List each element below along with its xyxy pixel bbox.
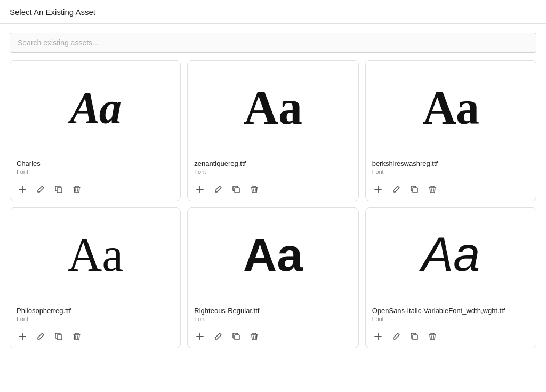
asset-card: Aa zenantiquereg.ttf Font [187,60,358,201]
asset-name: Charles [17,159,174,167]
pencil-icon [392,185,400,194]
svg-rect-3 [57,335,62,340]
plus-icon [18,185,27,194]
asset-type: Font [372,169,529,175]
trash-icon [250,185,259,194]
asset-info: OpenSans-Italic-VariableFont_wdth,wght.t… [366,301,536,326]
asset-type: Font [194,169,351,175]
copy-button[interactable] [53,331,65,342]
add-button[interactable] [17,331,28,342]
asset-preview: Aa [188,61,358,154]
asset-actions [366,326,536,348]
trash-icon [428,332,437,341]
edit-button[interactable] [390,331,402,342]
asset-preview: Aa [10,61,180,154]
delete-button[interactable] [427,331,438,342]
copy-icon [232,185,240,194]
asset-info: berkshireswashreg.ttf Font [366,154,536,179]
svg-rect-4 [235,335,239,340]
svg-rect-1 [235,188,239,193]
copy-icon [54,332,63,341]
asset-actions [188,179,358,201]
copy-button[interactable] [53,183,65,195]
asset-actions [10,179,180,201]
edit-button[interactable] [212,183,224,195]
pencil-icon [214,332,222,341]
font-sample: Aa [421,227,480,282]
asset-card: Aa Charles Font [10,60,181,201]
asset-card: Aa OpenSans-Italic-VariableFont_wdth,wgh… [365,207,536,348]
copy-icon [54,185,63,194]
asset-actions [10,326,180,348]
trash-icon [73,185,81,194]
copy-button[interactable] [408,331,420,342]
asset-name: berkshireswashreg.ttf [372,159,529,167]
copy-button[interactable] [408,183,420,195]
plus-icon [196,332,204,341]
font-sample: Aa [70,82,121,134]
trash-icon [250,332,259,341]
page-title: Select An Existing Asset [10,7,95,17]
asset-type: Font [372,316,529,322]
asset-preview: Aa [188,208,358,301]
plus-icon [196,185,204,194]
svg-rect-5 [413,335,417,340]
copy-button[interactable] [230,331,242,342]
asset-actions [188,326,358,348]
pencil-icon [36,332,45,341]
plus-icon [374,332,382,341]
asset-type: Font [194,316,351,322]
asset-name: zenantiquereg.ttf [194,159,351,167]
asset-preview: Aa [10,208,180,301]
pencil-icon [214,185,222,194]
font-sample: Aa [67,227,123,282]
asset-name: Righteous-Regular.ttf [194,307,351,315]
plus-icon [18,332,27,341]
add-button[interactable] [372,183,384,195]
trash-icon [73,332,81,341]
asset-info: Righteous-Regular.ttf Font [188,301,358,326]
search-container [0,24,546,60]
asset-grid: Aa Charles Font [0,60,546,358]
asset-info: Charles Font [10,154,180,179]
edit-button[interactable] [35,331,46,342]
asset-name: OpenSans-Italic-VariableFont_wdth,wght.t… [372,307,529,315]
asset-card: Aa Philosopherreg.ttf Font [10,207,181,348]
copy-icon [232,332,240,341]
svg-rect-2 [413,188,417,193]
add-button[interactable] [194,331,206,342]
edit-button[interactable] [390,183,402,195]
pencil-icon [392,332,400,341]
asset-actions [366,179,536,201]
copy-icon [410,332,419,341]
add-button[interactable] [372,331,384,342]
asset-info: zenantiquereg.ttf Font [188,154,358,179]
delete-button[interactable] [71,331,83,342]
delete-button[interactable] [248,331,260,342]
font-sample: Aa [244,80,302,135]
asset-preview: Aa [366,61,536,154]
page-header: Select An Existing Asset [0,0,546,24]
asset-info: Philosopherreg.ttf Font [10,301,180,326]
delete-button[interactable] [427,183,438,195]
edit-button[interactable] [212,331,224,342]
asset-card: Aa berkshireswashreg.ttf Font [365,60,536,201]
asset-preview: Aa [366,208,536,301]
asset-type: Font [17,316,174,322]
search-input[interactable] [10,33,536,53]
font-sample: Aa [423,81,479,134]
pencil-icon [36,185,45,194]
delete-button[interactable] [248,183,260,195]
font-sample: Aa [243,228,303,282]
svg-rect-0 [57,188,62,193]
add-button[interactable] [194,183,206,195]
asset-type: Font [17,169,174,175]
asset-name: Philosopherreg.ttf [17,307,174,315]
edit-button[interactable] [35,183,46,195]
delete-button[interactable] [71,183,83,195]
trash-icon [428,185,437,194]
copy-button[interactable] [230,183,242,195]
add-button[interactable] [17,183,28,195]
plus-icon [374,185,382,194]
copy-icon [410,185,419,194]
